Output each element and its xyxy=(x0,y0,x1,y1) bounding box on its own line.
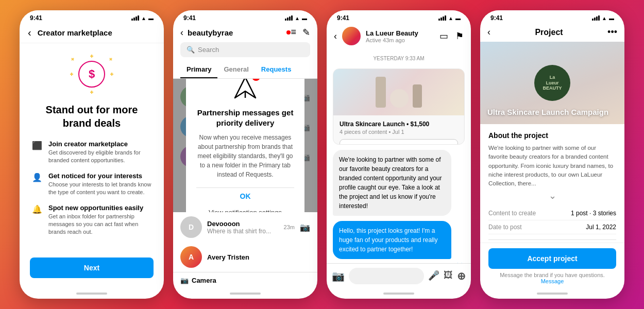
home-indicator-3 xyxy=(327,288,471,299)
wifi-icon-3: ▲ xyxy=(448,15,453,21)
phone-2: 9:41 ▲ ▬ ‹ beautybyrae ≡ ✎ 🔍 Search Prim… xyxy=(173,10,317,299)
about-text: We're looking to partner with some of ou… xyxy=(488,144,616,188)
hero-caption: Ultra Skincare Launch Campaign xyxy=(487,107,617,117)
status-icons-2: ▲ ▬ xyxy=(285,15,307,21)
edit-icon[interactable]: ✎ xyxy=(302,27,310,38)
list-icon[interactable]: ≡ xyxy=(291,27,296,38)
chat-info-avery: Avery Tristen xyxy=(207,253,310,261)
phone-4: 9:41 ▲ ▬ ‹ Project ••• LaLueurBEAUTY Ult… xyxy=(480,10,624,299)
phone2-footer: 📷 Camera xyxy=(173,272,317,288)
wifi-icon: ▲ xyxy=(141,15,146,21)
message-input[interactable] xyxy=(349,268,424,284)
status-time-4: 9:41 xyxy=(490,14,503,22)
feature-text-3: Spot new opportunities easily Get an inb… xyxy=(48,204,151,236)
chat-time-devoooon: 23m xyxy=(284,224,295,230)
chat-list: A Creator 1 Hey there! 📷 B Creator 2 Nic… xyxy=(173,79,317,212)
battery-icon: ▬ xyxy=(148,15,154,21)
phone4-footer: Accept project Message the brand if you … xyxy=(480,243,624,288)
sparkle-6 xyxy=(70,73,73,76)
phone2-header: ‹ beautybyrae ≡ ✎ xyxy=(173,24,317,42)
accept-project-button[interactable]: Accept project xyxy=(488,248,616,269)
phone1-content: $ Stand out for more brand deals ⬛ Join … xyxy=(20,43,164,258)
feature-item-2: 👤 Get noticed for your interests Choose … xyxy=(32,172,151,197)
wifi-icon-2: ▲ xyxy=(295,15,300,21)
see-more-chevron[interactable]: ⌄ xyxy=(488,190,616,201)
phone4-header: ‹ Project ••• xyxy=(480,24,624,42)
camera-icon-footer: 📷 xyxy=(180,277,189,284)
back-button[interactable]: ‹ xyxy=(28,27,31,39)
status-bar-4: 9:41 ▲ ▬ xyxy=(480,10,624,24)
project-hero: LaLueurBEAUTY Ultra Skincare Launch Camp… xyxy=(480,42,624,124)
feature-desc-1: Get discovered by eligible brands for br… xyxy=(48,149,151,165)
status-time-1: 9:41 xyxy=(30,14,42,22)
bottle-med xyxy=(413,84,422,108)
tab-requests[interactable]: Requests xyxy=(255,61,298,78)
image-icon[interactable]: 🖼 xyxy=(444,270,453,282)
chat-input-bar: 📷 🎤 🖼 ⊕ xyxy=(327,263,471,288)
microphone-icon[interactable]: 🎤 xyxy=(428,270,439,282)
feature-text-2: Get noticed for your interests Choose yo… xyxy=(48,172,151,197)
content-label: Content to create xyxy=(488,210,536,217)
notification-dot xyxy=(286,30,291,35)
status-bar-3: 9:41 ▲ ▬ xyxy=(327,10,471,24)
camera-input-icon[interactable]: 📷 xyxy=(332,270,345,282)
status-bar-2: 9:41 ▲ ▬ xyxy=(173,10,317,24)
modal-settings-link[interactable]: View notification settings xyxy=(196,204,294,212)
message-brand-link[interactable]: Message xyxy=(541,278,564,284)
feature-title-2: Get noticed for your interests xyxy=(48,172,151,180)
phone3-header-icons: ▭ ⚑ xyxy=(439,30,464,42)
next-button[interactable]: Next xyxy=(30,258,154,278)
headline: Stand out for more brand deals xyxy=(32,103,151,130)
phone3-header: ‹ La Lueur Beauty Active 43m ago ▭ ⚑ xyxy=(327,24,471,49)
back-button-3[interactable]: ‹ xyxy=(334,31,337,42)
date-value: Jul 1, 2022 xyxy=(586,224,616,231)
date-label: Date to post xyxy=(488,224,522,231)
brand-info: La Lueur Beauty Active 43m ago xyxy=(366,29,439,43)
product-bottles xyxy=(376,77,422,108)
search-box[interactable]: 🔍 Search xyxy=(180,42,310,57)
view-project-button[interactable]: View project xyxy=(340,139,458,145)
project-card-info: Ultra Skincare Launch • $1,500 4 pieces … xyxy=(333,115,464,145)
battery-icon-4: ▬ xyxy=(609,15,614,21)
feature-item-3: 🔔 Spot new opportunities easily Get an i… xyxy=(32,204,151,236)
sparkles xyxy=(71,54,112,95)
camera-button[interactable]: 📷 Camera xyxy=(180,277,310,284)
modal-ok-button[interactable]: OK xyxy=(196,187,294,204)
modal-overlay: 1 Partnership messages get priority deli… xyxy=(173,79,317,212)
list-item-devoooon[interactable]: D Devoooon Where is that shirt fro... 23… xyxy=(173,212,317,242)
avatar-avery: A xyxy=(180,246,202,268)
battery-icon-2: ▬ xyxy=(302,15,307,21)
feature-title-1: Join creator marketplace xyxy=(48,140,151,148)
tab-primary[interactable]: Primary xyxy=(180,61,217,78)
header-icons-2: ≡ ✎ xyxy=(291,27,310,38)
more-options-icon[interactable]: ••• xyxy=(607,27,617,38)
project-details: About the project We're looking to partn… xyxy=(480,124,624,243)
search-placeholder: Search xyxy=(198,46,219,54)
camera-icon-chat[interactable]: 📷 xyxy=(300,222,310,232)
brand-name: La Lueur Beauty xyxy=(366,29,439,37)
battery-icon-3: ▬ xyxy=(455,15,461,21)
back-button-2[interactable]: ‹ xyxy=(180,27,183,38)
flag-icon[interactable]: ⚑ xyxy=(455,30,464,42)
home-indicator-1 xyxy=(20,288,164,299)
phone1-header: ‹ Creator marketplace xyxy=(20,24,164,43)
message-read-indicator: ✓✓ xyxy=(454,262,463,263)
add-icon[interactable]: ⊕ xyxy=(457,270,466,282)
modal-body: Now when you receive messages about part… xyxy=(196,133,294,179)
project-card-title: Ultra Skincare Launch • $1,500 xyxy=(340,121,458,128)
paper-plane-icon xyxy=(232,79,258,100)
home-indicator-2 xyxy=(173,288,317,299)
camera-icon: ⬛ xyxy=(32,141,42,150)
tab-general[interactable]: General xyxy=(217,61,255,78)
modal-title: Partnership messages get priority delive… xyxy=(196,108,294,128)
video-icon[interactable]: ▭ xyxy=(439,30,448,42)
feature-desc-3: Get an inbox folder for partnership mess… xyxy=(48,213,151,236)
feature-title-3: Spot new opportunities easily xyxy=(48,204,151,212)
wifi-icon-4: ▲ xyxy=(602,15,607,21)
feature-desc-2: Choose your interests to let brands know… xyxy=(48,181,151,197)
chat-info-devoooon: Devoooon Where is that shirt fro... xyxy=(207,220,279,235)
search-icon: 🔍 xyxy=(187,46,195,54)
about-section-title: About the project xyxy=(488,131,616,140)
list-item-avery[interactable]: A Avery Tristen xyxy=(173,242,317,272)
chat-input-right: 🎤 🖼 ⊕ xyxy=(428,270,466,282)
